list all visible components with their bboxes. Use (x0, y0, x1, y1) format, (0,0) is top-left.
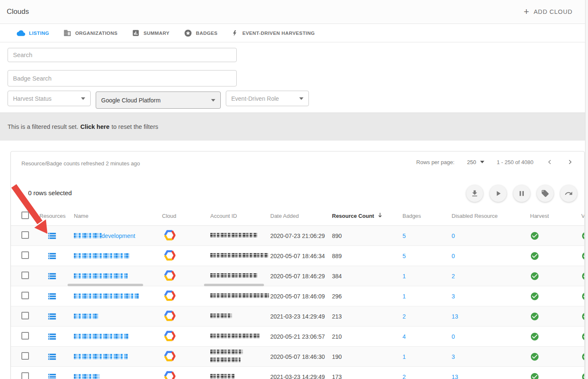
column-header-name[interactable]: Name (74, 213, 162, 219)
column-header-cloud[interactable]: Cloud (162, 213, 210, 219)
harvest-ok-icon (530, 292, 539, 301)
resume-harvest-button[interactable] (490, 185, 507, 202)
row-checkbox[interactable] (21, 312, 29, 319)
disabled-resource-link[interactable]: 0 (452, 253, 530, 259)
next-page-button[interactable] (566, 158, 574, 166)
row-checkbox[interactable] (21, 231, 29, 239)
select-all-checkbox[interactable] (21, 212, 29, 219)
harvest-status-dropdown[interactable]: Harvest Status (8, 91, 91, 106)
event-driven-role-value: Event-Driven Role (231, 95, 279, 102)
gcp-logo-icon (164, 250, 175, 261)
event-driven-role-dropdown[interactable]: Event-Driven Role (226, 91, 309, 106)
column-header-account-id[interactable]: Account ID (210, 213, 270, 219)
cloud-type-cell (162, 230, 210, 242)
redacted-account-id (210, 233, 257, 238)
disabled-resource-link[interactable]: 3 (452, 353, 530, 360)
cloud-name-link[interactable] (74, 293, 162, 299)
cloud-name-link[interactable] (74, 334, 162, 339)
redacted-account-id (210, 273, 257, 278)
tab-listing[interactable]: LISTING (17, 29, 49, 37)
column-header-resource-count[interactable]: Resource Count (332, 212, 402, 220)
harvest-ok-icon (530, 251, 539, 261)
redacted-name (74, 334, 128, 339)
horizontal-scrollbar[interactable] (68, 284, 143, 286)
tab-badges-label: BADGES (196, 31, 218, 36)
horizontal-scrollbar[interactable] (204, 284, 264, 286)
rows-per-page-dropdown[interactable]: 250 (467, 159, 484, 165)
tab-organizations[interactable]: ORGANIZATIONS (63, 29, 118, 37)
resources-link[interactable] (39, 332, 74, 341)
badges-link[interactable]: 4 (402, 333, 452, 340)
tag-button[interactable] (537, 185, 554, 202)
download-button[interactable] (466, 185, 483, 202)
cloud-name-link[interactable] (74, 354, 162, 359)
column-header-disabled-resource[interactable]: Disabled Resource (452, 213, 530, 219)
column-header-badges[interactable]: Badges (402, 213, 452, 219)
badges-link[interactable]: 5 (402, 233, 452, 239)
badges-link[interactable]: 1 (402, 353, 452, 360)
row-checkbox[interactable] (21, 372, 29, 379)
resources-link[interactable] (39, 272, 74, 281)
add-cloud-button[interactable]: + ADD CLOUD (524, 7, 572, 16)
previous-page-button[interactable] (546, 158, 554, 166)
row-checkbox[interactable] (21, 251, 29, 259)
disabled-resource-link[interactable]: 0 (452, 333, 530, 340)
badges-link[interactable]: 1 (402, 273, 452, 280)
cloud-name-link[interactable]: development (74, 233, 162, 239)
badges-link[interactable]: 1 (402, 293, 452, 300)
resource-count-cell: 889 (332, 253, 402, 259)
filtered-notice-bar: This is a filtered result set. Click her… (0, 112, 585, 141)
cloud-name-link[interactable] (74, 253, 162, 259)
badges-link[interactable]: 5 (402, 253, 452, 259)
search-input[interactable] (8, 48, 237, 62)
disabled-resource-link[interactable]: 13 (452, 374, 530, 379)
badges-link[interactable]: 2 (402, 313, 452, 320)
gcp-logo-icon (164, 350, 175, 362)
cloud-platform-dropdown[interactable]: Google Cloud Platform (96, 91, 221, 109)
disabled-resource-link[interactable]: 0 (452, 233, 530, 239)
pause-harvest-button[interactable] (513, 185, 530, 202)
harvest-status-cell (530, 231, 581, 240)
row-checkbox[interactable] (21, 332, 29, 340)
resources-link[interactable] (39, 251, 74, 261)
row-checkbox[interactable] (21, 352, 29, 360)
redacted-name (74, 293, 139, 299)
reset-filters-link[interactable]: Click here (80, 123, 109, 130)
page-range-text: 1 - 250 of 4080 (497, 159, 533, 165)
cloud-type-cell (162, 250, 210, 262)
resources-list-icon (47, 272, 57, 281)
vertical-scrollbar[interactable] (585, 0, 588, 379)
disabled-resource-link[interactable]: 3 (452, 293, 530, 300)
row-checkbox[interactable] (21, 292, 29, 299)
column-header-date-added[interactable]: Date Added (270, 213, 332, 219)
tab-bar: LISTING ORGANIZATIONS SUMMARY BADGES EVE… (0, 24, 585, 42)
cloud-name-link[interactable] (74, 273, 162, 279)
badge-search-input[interactable] (8, 70, 237, 86)
disabled-resource-link[interactable]: 2 (452, 273, 530, 280)
badges-link[interactable]: 2 (402, 374, 452, 379)
rows-per-page-value: 250 (467, 159, 476, 165)
top-bar: Clouds + ADD CLOUD (0, 0, 585, 24)
harvest-status-cell (530, 292, 581, 301)
resources-link[interactable] (39, 231, 74, 240)
tab-summary[interactable]: SUMMARY (132, 29, 170, 37)
harvest-status-cell (530, 332, 581, 341)
redacted-name (74, 314, 98, 319)
resources-link[interactable] (39, 352, 74, 361)
tab-badges[interactable]: BADGES (184, 29, 218, 37)
resources-link[interactable] (39, 312, 74, 321)
table-row: 2020-05-07 18:46:09 296 1 3 (11, 286, 584, 306)
cloud-name-link[interactable] (74, 314, 162, 319)
tab-event-driven-harvesting[interactable]: EVENT-DRIVEN HARVESTING (232, 29, 315, 37)
disabled-resource-link[interactable]: 13 (452, 313, 530, 320)
redacted-account-id (210, 350, 243, 354)
resources-link[interactable] (39, 372, 74, 379)
visibility-ok-icon (581, 372, 584, 379)
column-header-harvest[interactable]: Harvest (530, 213, 581, 219)
column-header-visibility[interactable]: Vi (581, 213, 584, 219)
resources-link[interactable] (39, 292, 74, 301)
resources-list-icon (47, 251, 57, 261)
redo-button[interactable] (560, 185, 577, 202)
cloud-name-link[interactable] (74, 374, 162, 379)
row-checkbox[interactable] (21, 272, 29, 279)
